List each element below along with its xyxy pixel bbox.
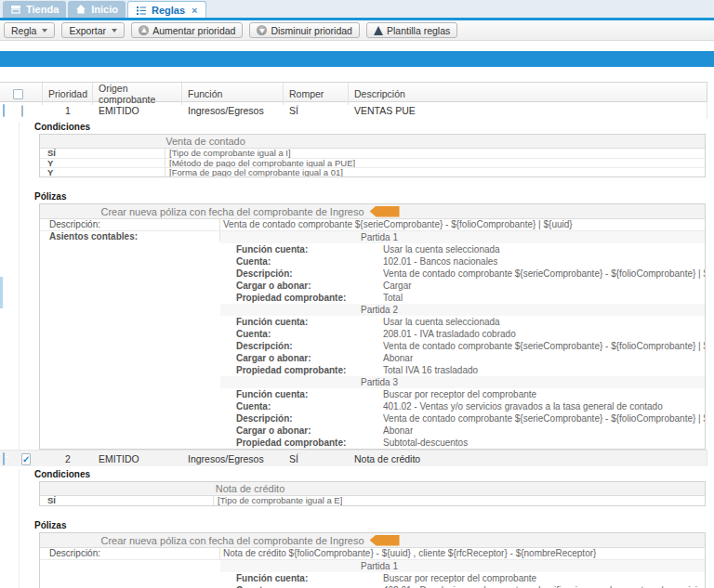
condition-expression: [Método de pago del comprobante igual a … xyxy=(165,159,355,168)
cell-romper: SÍ xyxy=(284,105,349,116)
partidas-container: Partida 1Función cuenta:Usar la cuenta s… xyxy=(220,231,705,449)
partida-field-label: Cuenta: xyxy=(220,257,383,267)
partida-field-label: Propiedad comprobante: xyxy=(220,294,383,303)
plantilla-reglas-button[interactable]: Plantilla reglas xyxy=(366,22,457,38)
poliza-title-row: Crear nueva póliza con fecha del comprob… xyxy=(40,204,705,219)
partida-field-row: Cuenta:401.02 - Ventas y/o servicios gra… xyxy=(220,400,705,412)
partida-field-label: Función cuenta: xyxy=(220,390,383,399)
partida-field-label: Cargar o abonar: xyxy=(220,426,383,436)
chevron-down-icon xyxy=(42,29,47,33)
partida-field-label: Propiedad comprobante: xyxy=(220,438,383,448)
button-label: Regla xyxy=(11,25,36,36)
partida-title: Partida 2 xyxy=(220,306,538,315)
column-header-funcion[interactable]: Función xyxy=(182,83,284,105)
collapse-row-icon[interactable] xyxy=(3,104,5,117)
partida-field-label: Cuenta: xyxy=(220,402,383,412)
partida-field-value: Total xyxy=(383,294,403,303)
partida-title-row: Partida 1 xyxy=(220,231,705,243)
row-checkbox[interactable] xyxy=(21,105,23,117)
collapse-row-icon[interactable] xyxy=(3,452,5,465)
partida-title: Partida 1 xyxy=(220,233,538,242)
partida-field-row: Función cuenta:Usar la cuenta selecciona… xyxy=(220,316,705,328)
conditions-table-body: SÍ[Tipo de comprobante igual a E] xyxy=(40,496,705,505)
cell-descripcion: Nota de crédito xyxy=(349,453,707,464)
partida-field-value: Abonar xyxy=(383,426,413,436)
conditions-table-body: SÍ[Tipo de comprobante igual a I]Y[Métod… xyxy=(40,149,705,176)
partida-field-value: Cargar xyxy=(383,281,412,291)
row-checkbox[interactable] xyxy=(21,453,31,465)
spacer xyxy=(0,67,714,82)
asientos-contables-row: Asientos contables: Partida 1Función cue… xyxy=(40,231,705,449)
rule-row[interactable]: 1 EMITIDO Ingresos/Egresos SÍ VENTAS PUE xyxy=(0,102,707,119)
aumentar-prioridad-button[interactable]: Aumentar prioridad xyxy=(131,22,243,38)
partida-field-row: Propiedad comprobante:Total IVA 16 trasl… xyxy=(220,364,705,376)
button-label: Disminuir prioridad xyxy=(271,25,352,36)
conditions-table: Venta de contado SÍ[Tipo de comprobante … xyxy=(39,134,706,177)
partida-field-label: Función cuenta: xyxy=(220,318,383,327)
partida-field-value: Buscar por receptor del comprobante xyxy=(383,390,536,399)
tab-inicio[interactable]: Inicio xyxy=(68,1,126,18)
poliza-description-row: Descripción: Venta de contado comprobant… xyxy=(40,219,705,231)
condition-row: SÍ[Tipo de comprobante igual a E] xyxy=(40,496,705,505)
poliza-table: Crear nueva póliza con fecha del comprob… xyxy=(39,203,706,450)
partida-field-row: Cargar o abonar:Abonar xyxy=(220,425,705,437)
cell-descripcion: VENTAS PUE xyxy=(349,105,707,116)
polizas-label: Pólizas xyxy=(34,520,714,530)
exportar-menu-button[interactable]: Exportar xyxy=(61,22,125,38)
rule-row[interactable]: 2 EMITIDO Ingresos/Egresos SÍ Nota de cr… xyxy=(0,450,707,466)
tab-tienda[interactable]: Tienda xyxy=(3,1,66,18)
rules-list-icon xyxy=(136,5,147,16)
button-label: Aumentar prioridad xyxy=(152,25,235,36)
cell-romper: SÍ xyxy=(284,453,349,464)
poliza-title: Crear nueva póliza con fecha del comprob… xyxy=(100,206,364,217)
partida-field-row: Propiedad comprobante:Subtotal-descuento… xyxy=(220,437,705,449)
column-header-descripcion[interactable]: Descripción xyxy=(349,83,707,105)
disminuir-prioridad-button[interactable]: Disminuir prioridad xyxy=(249,22,360,38)
partida-title-row: Partida 2 xyxy=(220,304,705,316)
partida-field-label: Propiedad comprobante: xyxy=(220,366,383,375)
button-label: Exportar xyxy=(69,25,106,36)
partida-title-row: Partida 3 xyxy=(220,376,705,388)
partidas-container: Partida 1Función cuenta:Buscar por recep… xyxy=(220,560,705,588)
column-header-romper[interactable]: Romper xyxy=(284,83,349,105)
regla-menu-button[interactable]: Regla xyxy=(4,22,55,38)
partida-field-row: Cuenta:208.01 - IVA trasladado cobrado xyxy=(220,328,705,340)
condiciones-label: Condiciones xyxy=(34,469,714,479)
arrow-down-circle-icon xyxy=(257,25,267,35)
chevron-down-icon xyxy=(112,29,117,33)
poliza-description-value: Nota de crédito ${folioComprobante} - ${… xyxy=(220,549,596,558)
condition-row: Y[Forma de pago del comprobante igual a … xyxy=(40,167,705,176)
partida-field-row: Descripción:Venta de contado comprobante… xyxy=(220,412,705,425)
partida-field-value: Total IVA 16 trasladado xyxy=(383,366,478,375)
partida-field-row: Descripción:Venta de contado comprobante… xyxy=(220,340,705,352)
partida-field-label: Descripción: xyxy=(220,269,383,279)
partida-field-value: Venta de contado comprobante ${serieComp… xyxy=(383,342,705,351)
partida-field-row: Función cuenta:Buscar por receptor del c… xyxy=(220,388,705,400)
partida-field-value: Subtotal-descuentos xyxy=(383,438,468,448)
column-header-origen[interactable]: Origen comprobante xyxy=(93,83,182,105)
poliza-title: Crear nueva póliza con fecha del comprob… xyxy=(100,535,364,546)
select-all-checkbox[interactable] xyxy=(13,89,23,99)
partida-field-value: Usar la cuenta seleccionada xyxy=(383,245,500,255)
condition-expression: [Forma de pago del comprobante igual a 0… xyxy=(165,168,343,177)
partida-field-row: Descripción:Venta de contado comprobante… xyxy=(220,268,705,280)
conditions-title-row: Venta de contado xyxy=(40,135,705,149)
cell-origen: EMITIDO xyxy=(93,453,182,464)
poliza-description-value: Venta de contado comprobante ${serieComp… xyxy=(220,220,573,229)
partida-field-label: Cargar o abonar: xyxy=(220,281,383,291)
grid-header-row: Prioridad Origen comprobante Función Rom… xyxy=(0,82,707,102)
condition-operator: Y xyxy=(40,159,165,167)
tab-label: Inicio xyxy=(91,4,118,15)
cell-origen: EMITIDO xyxy=(93,105,182,116)
asientos-contables-row: Partida 1Función cuenta:Buscar por recep… xyxy=(40,560,705,588)
template-triangle-icon xyxy=(374,26,383,35)
highlight-arrow-icon xyxy=(370,535,400,546)
cell-funcion: Ingresos/Egresos xyxy=(182,453,284,464)
partida-field-row: Cargar o abonar:Cargar xyxy=(220,280,705,292)
column-header-prioridad[interactable]: Prioridad xyxy=(43,83,93,105)
partida-field-label: Descripción: xyxy=(220,342,383,351)
tab-close-icon[interactable]: × xyxy=(192,6,197,15)
tab-reglas[interactable]: Reglas × xyxy=(127,1,206,18)
partida-field-label: Función cuenta: xyxy=(220,574,383,583)
tab-bar: Tienda Inicio Reglas × xyxy=(0,0,714,18)
